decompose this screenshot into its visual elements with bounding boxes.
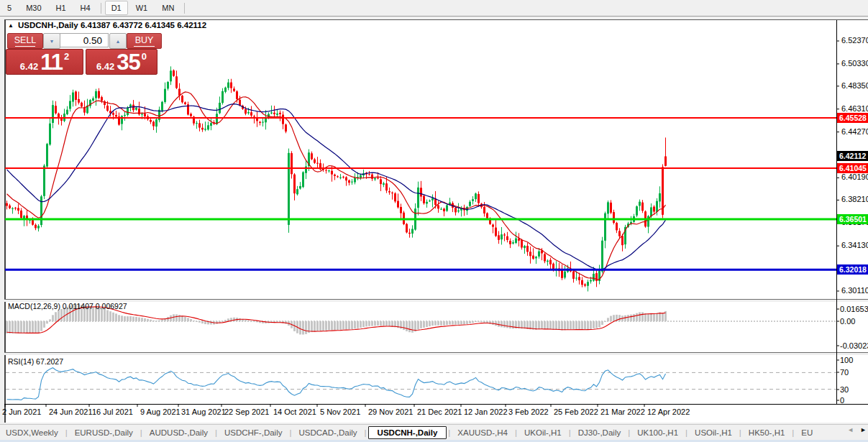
- toolbar-separator: [184, 3, 185, 14]
- price-level-badge: 6.36501: [837, 214, 868, 224]
- price-tick-label: 6.34130: [841, 241, 868, 251]
- rsi-tick-label: 70: [840, 368, 849, 377]
- chevron-up-icon: ▲: [116, 39, 121, 44]
- buy-price-box[interactable]: 6.42 35 0: [86, 49, 157, 75]
- tab-separator: |: [65, 428, 68, 437]
- volume-decrease-button[interactable]: ▼: [43, 33, 60, 49]
- chart-ohlc-header: USDCNH-,Daily 6.41387 6.43772 6.41345 6.…: [18, 21, 206, 29]
- price-tick-label: 6.50330: [841, 59, 868, 69]
- timeframe-button-d1[interactable]: D1: [105, 1, 128, 15]
- tab-usoil-h1[interactable]: USOil-,H1: [689, 426, 738, 439]
- date-tick-label: 25 Feb 2022: [554, 408, 598, 417]
- price-tick-label: 6.44270: [841, 127, 868, 137]
- macd-tick-label: 0.01653: [840, 305, 868, 314]
- tab-separator: |: [569, 428, 571, 437]
- tab-scroll-arrows: ◄ ►: [843, 426, 867, 433]
- date-tick-label: 24 Jun 2021: [49, 408, 93, 417]
- tab-usdcnh-daily[interactable]: USDCNH-,Daily: [368, 426, 447, 439]
- sell-price-box[interactable]: 6.42 11 2: [6, 49, 83, 75]
- tab-separator: |: [289, 428, 291, 437]
- timeframe-button-h4[interactable]: H4: [74, 1, 97, 15]
- date-tick-label: 12 Apr 2022: [647, 408, 690, 417]
- tab-separator: |: [140, 428, 142, 437]
- timeframe-button-m30[interactable]: M30: [19, 1, 47, 15]
- chart-window: [4, 19, 868, 423]
- pane-divider-gap: [4, 300, 868, 302]
- tab-separator: |: [739, 428, 741, 437]
- rsi-indicator-label: RSI(14) 67.2027: [8, 357, 63, 366]
- rsi-tick-label: 0: [840, 396, 844, 405]
- buy-price-small: 6.42: [96, 62, 114, 72]
- tab-scroll-right-icon[interactable]: ►: [860, 426, 867, 433]
- buy-button-label: BUY: [135, 35, 154, 45]
- date-tick-label: 3 Feb 2022: [508, 408, 549, 417]
- current-price-badge: 6.42112: [837, 151, 868, 161]
- buy-price-sup: 0: [142, 51, 147, 62]
- date-tick-label: 21 Dec 2021: [417, 408, 462, 417]
- tab-ukoil-h1[interactable]: UKOil-,H1: [518, 426, 567, 439]
- pane-divider-gap: [4, 353, 868, 355]
- buy-underline: [134, 46, 154, 47]
- rsi-tick-label: 100: [840, 356, 853, 365]
- tab-hk50-h1[interactable]: HK50-,H1: [743, 426, 791, 439]
- tab-separator: |: [792, 428, 794, 437]
- date-tick-label: 14 Oct 2021: [273, 408, 316, 417]
- price-level-badge: 6.32018: [837, 264, 868, 275]
- buy-button[interactable]: BUY: [127, 33, 162, 49]
- timeframe-button-mn[interactable]: MN: [155, 1, 181, 15]
- price-level-badge: 6.41045: [837, 163, 868, 173]
- timeframe-button-w1[interactable]: W1: [129, 1, 155, 15]
- tab-xauusd-h4[interactable]: XAUUSD-,H4: [452, 426, 513, 439]
- macd-indicator-label: MACD(12,26,9) 0.011407 0.006927: [8, 302, 127, 310]
- price-level-badge: 6.45528: [837, 113, 868, 123]
- tab-separator: |: [515, 428, 517, 437]
- date-tick-label: 29 Nov 2021: [368, 408, 413, 417]
- tab-usdx-weekly[interactable]: USDX,Weekly: [0, 426, 64, 439]
- chevron-down-icon: ▼: [50, 39, 55, 44]
- tab-usdchf-daily[interactable]: USDCHF-,Daily: [219, 426, 288, 439]
- date-tick-label: 31 Aug 2021: [181, 408, 226, 417]
- trading-platform-window: { "toolbar": { "timeframes": [ {"label":…: [0, 0, 868, 442]
- tab-separator: |: [365, 428, 367, 437]
- tab-dj30-daily[interactable]: DJ30-,Daily: [572, 426, 626, 439]
- toolbar-separator: [101, 3, 101, 14]
- sell-button-label: SELL: [14, 35, 37, 45]
- date-tick-label: 16 Jul 2021: [92, 408, 133, 417]
- price-tick-label: 6.40190: [841, 172, 868, 183]
- buy-price-big: 35: [117, 53, 140, 72]
- symbol-tab-bar: USDX,Weekly|EURUSD-,Daily|AUDUSD-,Daily|…: [0, 424, 868, 441]
- volume-increase-button[interactable]: ▲: [109, 33, 127, 49]
- tab-separator: |: [685, 428, 687, 437]
- date-tick-label: 5 Nov 2021: [320, 408, 360, 417]
- macd-tick-label: 0.00: [840, 317, 855, 326]
- date-tick-label: 12 Jan 2022: [464, 408, 508, 417]
- sell-underline: [15, 46, 36, 47]
- rsi-tick-label: 30: [840, 385, 849, 395]
- tab-audusd-daily[interactable]: AUDUSD-,Daily: [144, 426, 214, 439]
- volume-input[interactable]: [60, 33, 109, 47]
- price-tick-label: 6.38210: [841, 195, 868, 205]
- tab-separator: |: [628, 428, 630, 437]
- date-tick-label: 21 Mar 2022: [600, 408, 645, 417]
- date-tick-label: 2 Jun 2021: [2, 408, 41, 417]
- price-tick-label: 6.48350: [841, 81, 868, 91]
- tab-usdcad-daily[interactable]: USDCAD-,Daily: [293, 426, 362, 439]
- tab-separator: |: [448, 428, 450, 437]
- date-tick-label: 9 Aug 2021: [140, 408, 181, 417]
- date-tick-label: 22 Sep 2021: [224, 408, 269, 417]
- sell-button[interactable]: SELL: [7, 33, 43, 49]
- timeframe-button-h1[interactable]: H1: [50, 1, 73, 15]
- tab-eurusd-daily[interactable]: EURUSD-,Daily: [69, 426, 139, 439]
- price-tick-label: 6.30110: [841, 286, 868, 296]
- sell-price-small: 6.42: [20, 62, 38, 72]
- price-tick-label: 6.52370: [841, 36, 868, 46]
- sell-price-sup: 2: [64, 51, 69, 62]
- tab-eu[interactable]: EU: [795, 426, 818, 439]
- collapse-panel-icon[interactable]: ▲: [8, 22, 14, 29]
- tab-separator: |: [215, 428, 217, 437]
- macd-tick-label: -0.03023: [840, 341, 868, 351]
- tab-scroll-left-icon[interactable]: ◄: [847, 426, 854, 433]
- timeframe-button-5[interactable]: 5: [1, 1, 18, 15]
- timeframe-toolbar: 5M30H1H4D1W1MN: [0, 0, 868, 17]
- tab-uk100-h1[interactable]: UK100-,H1: [631, 426, 684, 439]
